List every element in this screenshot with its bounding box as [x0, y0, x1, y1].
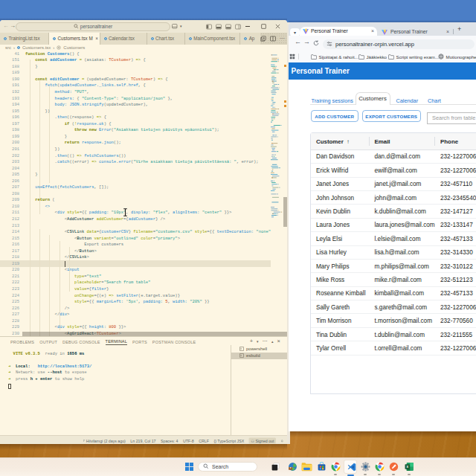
svg-text:x: x: [407, 465, 409, 469]
